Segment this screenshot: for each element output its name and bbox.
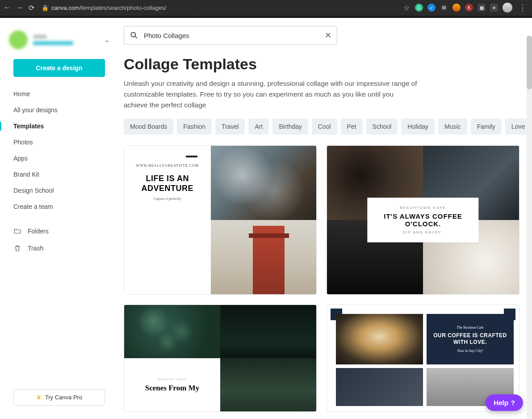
user-avatar [9, 30, 28, 49]
template-text-overlay: BEECHTOWN CAFE IT'S ALWAYS COFFEE O'CLOC… [367, 198, 478, 242]
scrollbar-thumb[interactable] [527, 36, 532, 89]
template-text: Capture it perfectly [154, 197, 181, 201]
question-icon: ? [511, 399, 515, 406]
filter-tag[interactable]: Cool [312, 119, 337, 135]
template-card[interactable]: BEECHTOWN CAFE IT'S ALWAYS COFFEE O'CLOC… [327, 145, 519, 295]
address-bar[interactable]: 🔒 canva.com/templates/search/photo-colla… [42, 4, 399, 11]
trash-icon [13, 244, 21, 252]
template-text: Now in Any City! [457, 349, 483, 353]
chrome-menu-icon[interactable]: ⋮ [517, 3, 528, 13]
template-text: LIFE IS AN [141, 174, 193, 184]
template-photo [220, 358, 316, 411]
template-text: O'CLOCK. [377, 220, 469, 228]
scrollbar-track[interactable] [527, 36, 532, 419]
help-button[interactable]: Help ? [486, 394, 523, 411]
search-bar[interactable]: ✕ [124, 26, 337, 45]
filter-tag[interactable]: Travel [215, 119, 245, 135]
bookmark-star-icon[interactable]: ☆ [402, 4, 411, 12]
filter-tag[interactable]: Family [471, 119, 502, 135]
template-photo [124, 305, 220, 358]
template-card[interactable]: WWW.REALLYGREATSITE.COM LIFE IS AN ADVEN… [124, 145, 317, 295]
url-path: /templates/search/photo-collages/ [80, 4, 166, 11]
page-title: Collage Templates [124, 55, 519, 73]
main-content: ✕ Collage Templates Unleash your creativ… [118, 18, 532, 419]
sidebar-item-templates[interactable]: Templates [0, 118, 118, 134]
search-icon [130, 31, 138, 40]
search-input[interactable] [144, 32, 319, 39]
chevron-down-icon: ⌄ [105, 37, 109, 43]
template-text: ADVENTURE [141, 184, 193, 194]
sidebar-item-photos[interactable]: Photos [0, 134, 118, 150]
help-label: Help [494, 399, 508, 406]
template-photo [336, 368, 423, 406]
sidebar-item-trash[interactable]: Trash [0, 240, 118, 257]
crown-icon: ♛ [36, 394, 42, 401]
sidebar-item-folders[interactable]: Folders [0, 223, 118, 240]
user-name [33, 35, 46, 38]
extension-icon[interactable]: G [415, 4, 423, 12]
sidebar-item-design-school[interactable]: Design School [0, 182, 118, 199]
back-button[interactable]: ← [4, 4, 11, 12]
sidebar-item-label: Trash [28, 245, 43, 252]
user-subtext [33, 41, 73, 45]
template-photo [211, 146, 317, 220]
template-text: The Stockton Cafe [457, 326, 484, 330]
template-photo [336, 314, 423, 364]
filter-tag[interactable]: Love [505, 119, 531, 135]
sidebar-item-home[interactable]: Home [0, 86, 118, 102]
template-card[interactable]: AUGUST 2020 Scenes From My [124, 305, 317, 412]
extension-icon[interactable]: ✳ [490, 4, 498, 12]
url-host: canva.com [51, 4, 80, 11]
filter-tag[interactable]: School [366, 119, 398, 135]
template-photo [211, 220, 317, 294]
forward-button[interactable]: → [16, 4, 23, 12]
profile-avatar[interactable] [503, 3, 512, 13]
tag-filter-row: Mood Boards Fashion Travel Art Birthday … [124, 119, 519, 135]
template-text: BEECHTOWN CAFE [377, 206, 469, 210]
filter-tag[interactable]: Art [248, 119, 269, 135]
sidebar-item-apps[interactable]: Apps [0, 150, 118, 166]
extension-icon[interactable]: K [465, 4, 473, 12]
filter-tag[interactable]: Pet [341, 119, 363, 135]
template-text: OUR COFFEE IS CRAFTED [433, 332, 507, 339]
extension-icon[interactable]: M [440, 4, 448, 12]
template-text: WITH LOVE. [433, 339, 507, 346]
decorative-corner [331, 309, 342, 320]
decorative-bar [186, 156, 197, 157]
template-text: AUGUST 2020 [157, 377, 187, 381]
template-text: SIP AND ENJOY. [377, 230, 469, 234]
sidebar: ⌄ Create a design Home All your designs … [0, 18, 118, 419]
lock-icon: 🔒 [42, 4, 49, 11]
extension-icons: ☆ G ✓ M K ▦ ✳ ⋮ [402, 3, 528, 13]
browser-toolbar: ← → ⟳ 🔒 canva.com/templates/search/photo… [0, 0, 532, 15]
try-pro-button[interactable]: ♛ Try Canva Pro [13, 389, 105, 406]
filter-tag[interactable]: Holiday [401, 119, 435, 135]
account-switcher[interactable]: ⌄ [0, 26, 118, 56]
filter-tag[interactable]: Mood Boards [124, 119, 173, 135]
sidebar-item-create-team[interactable]: Create a team [0, 199, 118, 215]
clear-search-icon[interactable]: ✕ [325, 30, 331, 40]
template-grid: WWW.REALLYGREATSITE.COM LIFE IS AN ADVEN… [124, 145, 519, 412]
page-description: Unleash your creativity and design a stu… [124, 78, 419, 110]
template-text: WWW.REALLYGREATSITE.COM [136, 164, 199, 168]
extension-icon[interactable]: ▦ [478, 4, 486, 12]
template-text: Scenes From My [145, 384, 200, 393]
filter-tag[interactable]: Birthday [272, 119, 308, 135]
folder-icon [13, 227, 21, 235]
decorative-corner [504, 309, 515, 320]
sidebar-item-all-designs[interactable]: All your designs [0, 102, 118, 118]
extension-icon[interactable]: ✓ [427, 4, 436, 12]
reload-button[interactable]: ⟳ [29, 4, 34, 12]
sidebar-item-label: Folders [28, 228, 49, 235]
create-design-button[interactable]: Create a design [13, 59, 105, 77]
filter-tag[interactable]: Music [438, 119, 467, 135]
extension-icon[interactable] [452, 4, 461, 12]
template-text: IT'S ALWAYS COFFEE [377, 212, 469, 220]
filter-tag[interactable]: Fashion [177, 119, 212, 135]
pro-label: Try Canva Pro [45, 394, 82, 401]
template-photo [220, 305, 316, 358]
sidebar-item-brand-kit[interactable]: Brand Kit [0, 166, 118, 182]
svg-point-0 [131, 32, 135, 37]
